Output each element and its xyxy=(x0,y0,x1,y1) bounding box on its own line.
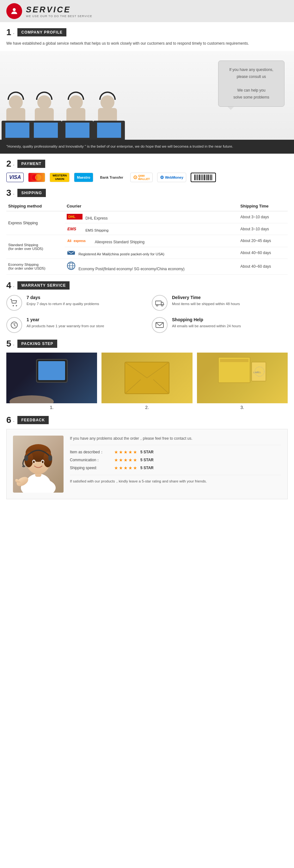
stars-2: ★★★★★ xyxy=(114,458,138,463)
rating-1: 5 STAR xyxy=(140,450,154,454)
feedback-row-2: Communication： ★★★★★ 5 STAR xyxy=(70,458,281,463)
feedback-label-1: Item as described： xyxy=(70,450,114,455)
speech-bubble: If you have any questions, please consul… xyxy=(218,61,285,110)
warranty-section-header: 4 . WARRANTY SERVICE xyxy=(6,281,288,290)
table-row: Standard Shipping(for order over USD5) A… xyxy=(6,235,288,247)
bubble-line2: please consult us xyxy=(237,74,266,79)
ems-logo-text: EMS xyxy=(67,226,82,232)
section-number-payment: 2 xyxy=(6,159,11,168)
airmail-name: Registered Air Mail(china post/e packet-… xyxy=(78,252,164,256)
warranty-desc-4: All emails will be answered within 24 ho… xyxy=(172,323,241,329)
warranty-desc-1: Enjoy 7 days to return if any quality pr… xyxy=(27,301,99,307)
bubble-line1: If you have any questions, xyxy=(229,67,273,72)
svg-point-29 xyxy=(13,305,14,306)
tablet-device xyxy=(36,359,68,383)
airmail-time: About 40~60 days xyxy=(238,247,288,258)
pack-label-1: 1. xyxy=(6,405,97,410)
service-title-block: SERVICE WE USE OUR TO DO THE BEST SERVIC… xyxy=(26,5,92,18)
laptop-3 xyxy=(62,121,93,140)
screen-2 xyxy=(34,123,58,138)
svg-rect-12 xyxy=(206,175,206,180)
rating-3: 5 STAR xyxy=(140,466,154,470)
airmail-icon xyxy=(67,250,76,256)
svg-text:express: express xyxy=(74,239,86,243)
table-row: Express Shipping DHL DHL Express About 3… xyxy=(6,211,288,223)
warranty-text-1: 7 days Enjoy 7 days to return if any qua… xyxy=(27,295,99,307)
warranty-item-1: 7 days Enjoy 7 days to return if any qua… xyxy=(6,295,142,311)
pack-item-1: 1. xyxy=(6,352,97,410)
pack-item-2: 2. xyxy=(102,352,192,410)
truck-icon xyxy=(152,295,168,311)
courier-airmail: Registered Air Mail(china post/e packet-… xyxy=(65,247,238,258)
shipping-label: SHIPPING xyxy=(17,189,45,197)
section-dot-feedback: . xyxy=(13,417,14,423)
pack-image-2 xyxy=(102,352,192,403)
courier-ali: Ali express Aliexpress Standard Shipping xyxy=(65,235,238,247)
svg-rect-11 xyxy=(204,175,205,180)
section-dot-shipping: . xyxy=(13,190,14,195)
svg-rect-4 xyxy=(196,175,196,180)
section-number-warranty: 4 xyxy=(6,281,11,290)
warranty-text-3: 1 year All products have 1 year warranty… xyxy=(27,317,104,329)
svg-line-36 xyxy=(14,325,15,326)
dhl-name: DHL Express xyxy=(85,216,108,220)
ems-time: About 3~10 days xyxy=(238,223,288,235)
svg-rect-5 xyxy=(197,175,197,180)
svg-point-59 xyxy=(33,461,35,463)
warranty-title-3: 1 year xyxy=(27,317,104,322)
svg-rect-9 xyxy=(202,175,202,180)
feedback-section-header: 6 . FEEDBACK xyxy=(6,415,288,425)
service-header: SERVICE WE USE OUR TO DO THE BEST SERVIC… xyxy=(0,0,294,22)
warranty-item-2: Delivery Time Most items will be shipped… xyxy=(152,295,288,311)
svg-rect-61 xyxy=(24,455,28,461)
mastercard-logo xyxy=(28,173,45,182)
qiwi-logo: ⊙ QIWIWALLET xyxy=(130,173,153,182)
svg-text:✓: ✓ xyxy=(256,370,259,373)
courier-eco: Economy Post(finland economy/ SG economy… xyxy=(65,258,238,274)
rating-2: 5 STAR xyxy=(140,458,154,462)
pack-label-3: 3. xyxy=(197,405,288,410)
dhl-time: About 3~10 days xyxy=(238,211,288,223)
section-dot-warranty: . xyxy=(13,283,14,288)
feedback-row-3: Shipping speed: ★★★★★ 5 STAR xyxy=(70,465,281,470)
section-dot-payment: . xyxy=(13,161,14,166)
col-courier: Courier xyxy=(65,201,238,211)
svg-rect-31 xyxy=(155,301,161,305)
feedback-label-3: Shipping speed: xyxy=(70,466,114,470)
method-standard: Standard Shipping(for order over USD5) xyxy=(6,235,65,258)
svg-rect-16 xyxy=(210,175,211,180)
stars-1: ★★★★★ xyxy=(114,450,138,455)
feedback-label: FEEDBACK xyxy=(17,416,49,424)
method-economy: Economy Shipping(for order under USD5) xyxy=(6,258,65,274)
warranty-item-3: 1 year All products have 1 year warranty… xyxy=(6,317,142,333)
warranty-text-4: Shopping Help All emails will be answere… xyxy=(172,317,241,329)
shipping-section-header: 3 . SHIPPING xyxy=(6,188,288,197)
company-section-header: 1 . COMPANY PROFILE xyxy=(6,28,288,37)
dhl-logo-text: DHL xyxy=(67,214,82,220)
bubble-line3: We can help you xyxy=(237,88,265,93)
agent-4 xyxy=(98,108,117,140)
tablet-screen xyxy=(38,361,65,380)
feedback-photo xyxy=(13,436,64,493)
col-time: Shipping Time xyxy=(238,201,288,211)
package-svg: LABEL ✓ xyxy=(217,356,267,397)
boleto-logo xyxy=(191,173,216,182)
svg-point-60 xyxy=(42,461,44,463)
svg-point-38 xyxy=(9,395,54,403)
col-method: Shipping method xyxy=(6,201,65,211)
method-express: Express Shipping xyxy=(6,211,65,235)
ali-logo-text: Ali express xyxy=(67,238,92,244)
company-label: COMPANY PROFILE xyxy=(17,28,66,36)
mail-icon xyxy=(152,317,168,333)
stars-3: ★★★★★ xyxy=(114,465,138,470)
bubble-text: If you have any questions, please consul… xyxy=(218,61,285,107)
hands-svg xyxy=(6,388,57,403)
feedback-footer: If satisfied with our products，kindly le… xyxy=(70,475,281,484)
western-union-logo: WESTERNUNION xyxy=(50,173,70,182)
shipping-table-container: Shipping method Courier Shipping Time Ex… xyxy=(6,201,288,275)
laptop-2 xyxy=(30,121,62,140)
section-dot-packing: . xyxy=(13,341,14,346)
svg-rect-14 xyxy=(208,175,209,180)
section-number-company: 1 xyxy=(6,28,11,37)
payment-label: PAYMENT xyxy=(17,160,45,168)
